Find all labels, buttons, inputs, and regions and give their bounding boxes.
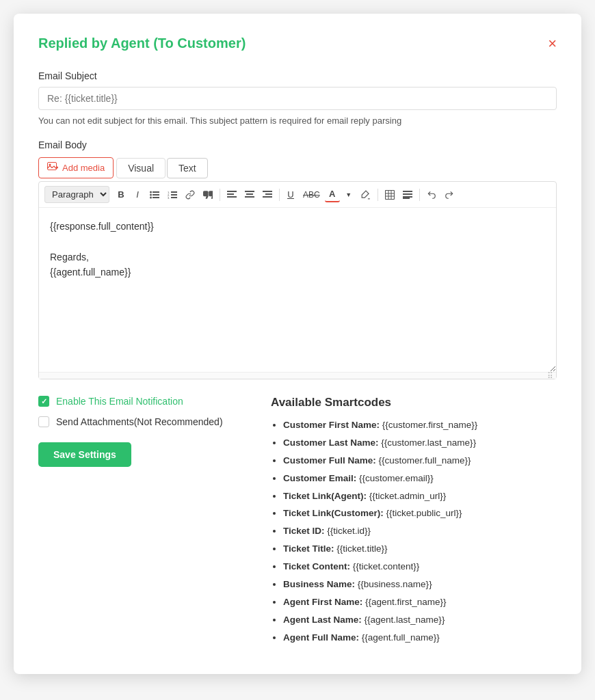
editor-toolbar: Paragraph B I 1.2.3.: [39, 182, 556, 208]
subject-input[interactable]: [38, 87, 557, 110]
enable-notification-row: Enable This Email Notification: [38, 396, 243, 407]
align-right-button[interactable]: [259, 189, 276, 201]
font-color-button[interactable]: A: [325, 187, 340, 202]
strikethrough-button[interactable]: ABC: [300, 188, 323, 202]
underline-button[interactable]: U: [283, 187, 298, 202]
content-line-3: Regards,: [50, 250, 545, 265]
list-item: Agent Full Name: {{agent.full_name}}: [283, 632, 557, 645]
body-label: Email Body: [38, 139, 557, 150]
list-item: Business Name: {{business.name}}: [283, 578, 557, 591]
list-item: Customer First Name: {{customer.first_na…: [283, 419, 557, 432]
content-line-1: {{response.full_content}}: [50, 219, 545, 234]
tab-text[interactable]: Text: [167, 158, 208, 178]
svg-rect-20: [245, 191, 254, 192]
modal-header: Replied by Agent (To Customer) ×: [38, 36, 557, 51]
svg-rect-18: [227, 196, 237, 198]
list-item: Customer Full Name: {{customer.full_name…: [283, 455, 557, 468]
list-item: Ticket Link(Customer): {{ticket.public_u…: [283, 507, 557, 520]
svg-text:3.: 3.: [168, 196, 170, 199]
redo-button[interactable]: [441, 188, 458, 202]
align-center-button[interactable]: [241, 189, 258, 201]
editor-tabs-row: Add media Visual Text: [38, 157, 557, 178]
add-media-label: Add media: [62, 163, 105, 173]
svg-point-8: [150, 196, 152, 198]
list-item: Ticket Title: {{ticket.title}}: [283, 543, 557, 556]
left-section: Enable This Email Notification Send Atta…: [38, 396, 243, 649]
svg-rect-15: [171, 197, 177, 198]
subject-section: Email Subject You can not edit subject f…: [38, 70, 557, 126]
list-item: Agent First Name: {{agent.first_name}}: [283, 596, 557, 609]
svg-rect-35: [403, 198, 410, 199]
send-attachments-row: Send Attachments(Not Recommended): [38, 416, 243, 427]
resize-handle[interactable]: ⠿: [39, 372, 556, 379]
close-button[interactable]: ×: [548, 36, 557, 51]
list-item: Customer Last Name: {{customer.last_name…: [283, 437, 557, 450]
font-color-dropdown[interactable]: ▼: [341, 189, 356, 200]
save-settings-button[interactable]: Save Settings: [38, 442, 131, 467]
toolbar-divider-1: [220, 189, 220, 201]
svg-rect-7: [153, 194, 159, 196]
list-item: Agent Last Name: {{agent.last_name}}: [283, 614, 557, 627]
toolbar-divider-4: [419, 189, 420, 201]
svg-rect-22: [245, 196, 254, 198]
svg-rect-9: [153, 197, 159, 198]
svg-rect-11: [171, 191, 177, 193]
smartcodes-list: Customer First Name: {{customer.first_na…: [271, 419, 557, 645]
list-item: Ticket Content: {{ticket.content}}: [283, 561, 557, 574]
svg-rect-23: [263, 191, 272, 192]
list-item: Customer Email: {{customer.email}}: [283, 472, 557, 485]
toolbar-divider-2: [279, 189, 280, 201]
unordered-list-button[interactable]: [146, 189, 163, 201]
svg-rect-27: [385, 190, 394, 199]
list-item: Ticket Link(Agent): {{ticket.admin_url}}: [283, 490, 557, 503]
clear-format-button[interactable]: [358, 188, 374, 202]
list-item: Ticket ID: {{ticket.id}}: [283, 525, 557, 538]
modal-title: Replied by Agent (To Customer): [38, 36, 246, 51]
svg-rect-33: [403, 193, 412, 195]
align-left-button[interactable]: [224, 189, 240, 201]
main-modal: Replied by Agent (To Customer) × Email S…: [14, 14, 581, 674]
quote-button[interactable]: [200, 189, 216, 201]
bottom-section: Enable This Email Notification Send Atta…: [38, 396, 557, 649]
add-media-button[interactable]: Add media: [38, 157, 114, 178]
svg-rect-25: [263, 196, 272, 198]
enable-notification-checkbox[interactable]: [38, 396, 49, 407]
svg-rect-16: [227, 191, 237, 192]
media-icon: [47, 162, 58, 174]
italic-button[interactable]: I: [130, 187, 145, 202]
enable-notification-label: Enable This Email Notification: [56, 396, 183, 407]
svg-point-6: [150, 193, 152, 196]
table-button[interactable]: [382, 188, 398, 202]
resize-icon: ⠿: [547, 371, 553, 381]
smartcodes-section: Available Smartcodes Customer First Name…: [271, 396, 557, 649]
svg-rect-21: [246, 193, 253, 195]
smartcodes-title: Available Smartcodes: [271, 396, 557, 409]
editor-container: Paragraph B I 1.2.3.: [38, 181, 557, 379]
ordered-list-button[interactable]: 1.2.3.: [164, 189, 181, 201]
bold-button[interactable]: B: [114, 187, 129, 202]
tab-visual[interactable]: Visual: [116, 158, 166, 178]
svg-rect-0: [48, 163, 57, 170]
svg-rect-34: [403, 196, 412, 198]
link-button[interactable]: [182, 188, 198, 202]
svg-rect-32: [403, 191, 412, 192]
editor-content-area[interactable]: {{response.full_content}} Regards, {{age…: [39, 208, 556, 372]
justify-button[interactable]: [399, 189, 416, 201]
send-attachments-checkbox[interactable]: [38, 416, 49, 427]
subject-label: Email Subject: [38, 70, 557, 81]
svg-point-4: [150, 191, 152, 193]
subject-hint: You can not edit subject for this email.…: [38, 116, 557, 126]
svg-rect-17: [227, 193, 234, 195]
paragraph-select[interactable]: Paragraph: [44, 186, 109, 203]
svg-rect-5: [153, 191, 159, 193]
svg-rect-13: [171, 194, 177, 196]
toolbar-divider-3: [378, 189, 378, 201]
undo-button[interactable]: [423, 188, 440, 202]
content-line-4: {{agent.full_name}}: [50, 265, 545, 280]
svg-rect-24: [265, 193, 272, 195]
send-attachments-label: Send Attachments(Not Recommended): [56, 416, 223, 427]
body-section: Email Body Add media Visual Text: [38, 139, 557, 379]
